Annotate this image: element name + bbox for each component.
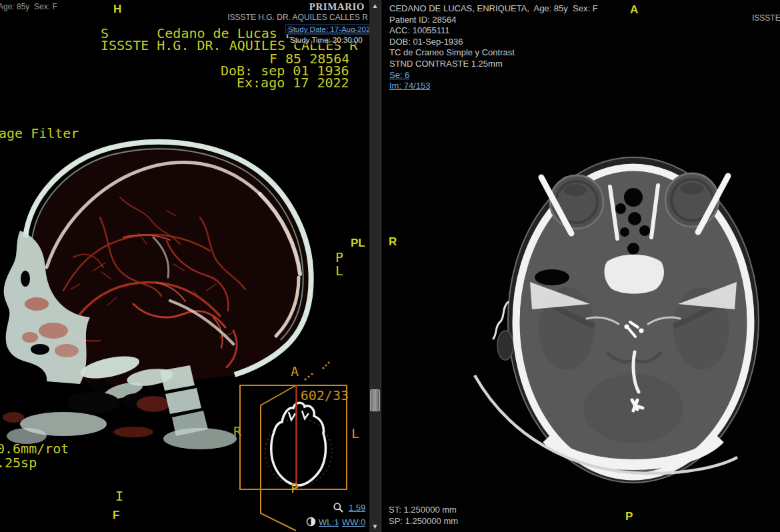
left-viewport-panel: Age: 85y Sex: F H PRIMARIO ISSSTE H.G. D…: [0, 0, 369, 532]
orientation-marker-a: A: [630, 4, 638, 15]
accession-line: ACC: 10055111: [389, 25, 598, 37]
patient-name-line: CEDANO DE LUCAS, ENRIQUETA, Age: 85y Sex…: [389, 3, 598, 15]
axial-ct-viewport[interactable]: [467, 152, 780, 510]
orientation-marker-h: H: [113, 3, 121, 15]
scroll-down-button[interactable]: ▼: [369, 523, 381, 531]
wl-ww-separator: -: [336, 517, 339, 527]
slice-navigator[interactable]: [230, 359, 367, 532]
orientation-marker-f: F: [113, 509, 119, 521]
orientation-marker-r: R: [389, 236, 397, 247]
navigator-marker-a: A: [291, 365, 299, 378]
window-width-link[interactable]: WW:0: [342, 517, 365, 527]
exam-date-line: Ex:ago 17 2022: [237, 76, 349, 89]
study-date-link[interactable]: Study Date: 17-Aug-2022: [285, 24, 369, 35]
institution-clipped: ISSSTE H.G. DR. AQUILES CALLES R: [752, 13, 780, 23]
navigator-marker-l: L: [351, 427, 359, 440]
orientation-marker-i: I: [115, 489, 123, 503]
slice-counter: 602/33: [289, 389, 349, 402]
navigator-marker-p: P: [291, 481, 299, 495]
slice-spacing-label: SP: 1.250000 mm: [389, 516, 458, 526]
orientation-marker-pl: PL: [351, 237, 365, 249]
navigator-marker-r: R: [233, 425, 241, 438]
window-title: PRIMARIO: [231, 1, 365, 13]
slice-navigator-graphic: [230, 359, 367, 532]
study-description-line: TC de Craneo Simple y Contrast: [389, 47, 598, 59]
scroll-up-button[interactable]: ▲: [369, 2, 381, 10]
image-number-link[interactable]: Im: 74/153: [389, 81, 430, 91]
axial-ct-rendering: [467, 152, 780, 510]
orientation-marker-l-small: L: [335, 264, 343, 277]
series-number-link[interactable]: Se: 6: [389, 70, 409, 80]
magnifier-icon: [333, 502, 344, 516]
institution-name: ISSSTE H.G. DR. AQUILES CALLES R: [200, 13, 368, 22]
patient-id-line: Patient ID: 28564: [389, 15, 598, 26]
right-header-block: CEDANO DE LUCAS, ENRIQUETA, Age: 85y Sex…: [389, 3, 598, 92]
slice-thickness-label: ST: 1.250000 mm: [389, 505, 457, 515]
scroll-thumb[interactable]: [370, 389, 380, 411]
image-filter-label: age Filter: [0, 127, 79, 140]
right-viewport-panel: CEDANO DE LUCAS, ENRIQUETA, Age: 85y Sex…: [381, 0, 780, 532]
dob-line: DOB: 01-Sep-1936: [389, 37, 598, 48]
study-time-label: Study Time: 20:30:00: [288, 35, 365, 45]
rotation-speed-label: 0.6mm/rot: [0, 442, 69, 455]
zoom-factor-link[interactable]: 1.59: [349, 503, 365, 513]
orientation-marker-p: P: [625, 511, 633, 522]
dicom-viewer: Age: 85y Sex: F H PRIMARIO ISSSTE H.G. D…: [0, 0, 780, 532]
orientation-marker-p-small: P: [335, 251, 343, 264]
contrast-icon: [306, 517, 316, 529]
patient-age-sex: Age: 85y Sex: F: [0, 2, 57, 11]
spacing-label: .25sp: [0, 456, 37, 469]
series-description-line: STND CONTRASTE 1.25mm: [389, 59, 598, 70]
panel-scrollbar[interactable]: ▲ ▼: [369, 0, 381, 532]
